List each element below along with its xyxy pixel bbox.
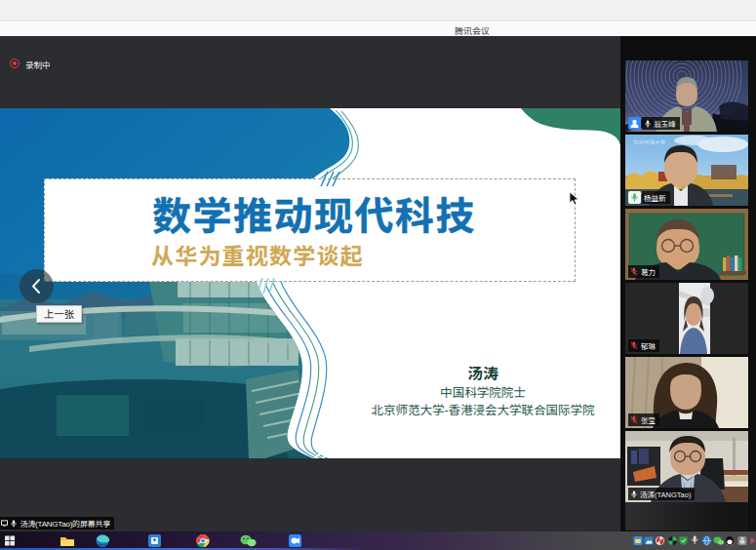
- svg-text:北京师范大学: 北京师范大学: [633, 138, 666, 146]
